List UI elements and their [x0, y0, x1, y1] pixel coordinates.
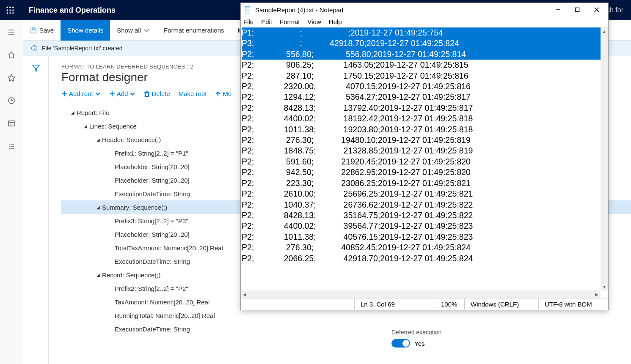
- svg-rect-35: [245, 6, 250, 13]
- tree-node-label: Report: File: [77, 109, 110, 116]
- svg-point-8: [12, 12, 14, 14]
- svg-point-4: [9, 9, 11, 11]
- deferred-toggle[interactable]: [391, 339, 410, 348]
- left-rail: [0, 20, 23, 364]
- tree-node-label: Header: Sequence(;): [102, 136, 161, 143]
- status-zoom: 100%: [435, 298, 464, 310]
- notepad-title-bar[interactable]: SampleReport (4).txt - Notepad: [241, 3, 608, 16]
- notepad-window: SampleReport (4).txt - Notepad FileEditF…: [240, 3, 609, 310]
- tree-node-label: TotalTaxAmount: Numeric[20..20] Real: [115, 244, 223, 252]
- notepad-body: P1; ; ;2019-12-27 01:49:25:754P3; ; 4291…: [241, 27, 608, 298]
- hamburger-icon[interactable]: [5, 25, 18, 39]
- tree-node[interactable]: ExecutionDateTime: String: [61, 322, 631, 336]
- minimize-button[interactable]: [550, 3, 569, 16]
- status-position: Ln 3, Col 69: [354, 298, 435, 310]
- notepad-menu: FileEditFormatViewHelp: [241, 16, 608, 27]
- notepad-icon: [244, 6, 252, 14]
- app-brand: Finance and Operations: [20, 6, 116, 15]
- tree-node-label: ExecutionDateTime: String: [115, 326, 190, 333]
- workspace-icon[interactable]: [5, 117, 18, 130]
- svg-rect-24: [32, 28, 34, 30]
- star-icon[interactable]: [5, 71, 18, 85]
- modules-icon[interactable]: [5, 140, 18, 153]
- text-line: P2; 287.10; 1750.15;2019-12-27 01:49:25:…: [242, 71, 608, 81]
- tree-node-label: Placeholder: String[20..20]: [115, 177, 190, 184]
- text-line: P1; ; ;2019-12-27 01:49:25:754: [242, 27, 608, 38]
- tree-node-label: Prefix1: String[2..2] = "P1": [115, 150, 188, 157]
- add-root-button[interactable]: Add root: [61, 90, 101, 97]
- text-line: P2; 2610.00; 25696.25;2019-12-27 01:49:2…: [242, 189, 608, 199]
- scroll-right-icon[interactable]: ▶: [593, 292, 601, 297]
- menu-item-view[interactable]: View: [308, 18, 321, 25]
- tree-node-label: Summary: Sequence(;): [102, 204, 167, 211]
- close-button[interactable]: [589, 3, 608, 16]
- filter-pane: [23, 56, 49, 364]
- svg-point-6: [6, 12, 8, 14]
- delete-button[interactable]: Delete: [144, 90, 170, 97]
- caret-icon: ◢: [94, 137, 102, 142]
- recent-icon[interactable]: [5, 94, 18, 107]
- filter-icon[interactable]: [32, 63, 40, 72]
- scroll-left-icon[interactable]: ◀: [241, 292, 248, 297]
- status-bom: UTF-8 with BOM: [538, 298, 608, 310]
- tree-node-label: Placeholder: String[20..20]: [115, 231, 190, 238]
- save-button[interactable]: Save: [23, 20, 61, 41]
- svg-point-2: [12, 6, 14, 8]
- show-all-button[interactable]: Show all: [110, 20, 157, 41]
- home-icon[interactable]: [5, 48, 18, 62]
- vertical-scrollbar[interactable]: ▲ ▼: [601, 27, 608, 290]
- tree-node-label: ExecutionDateTime: String: [115, 258, 190, 265]
- tree-node-label: Prefix3: String[2..2] = "P3": [115, 217, 188, 224]
- format-enumerations-button[interactable]: Format enumerations: [157, 20, 231, 41]
- status-spacer: [241, 298, 354, 310]
- tree-node-label: Lines: Sequence: [89, 123, 137, 130]
- svg-point-27: [34, 47, 35, 47]
- info-icon: [31, 45, 38, 52]
- scroll-up-icon[interactable]: ▲: [601, 27, 608, 35]
- text-line: P2; 591.60; 21920.45;2019-12-27 01:49:25…: [242, 156, 608, 167]
- text-line: P2; 556.80; 556.80;2019-12-27 01:49:25:8…: [242, 49, 608, 60]
- caret-icon: ◢: [94, 205, 102, 210]
- menu-item-format[interactable]: Format: [280, 18, 300, 25]
- menu-item-help[interactable]: Help: [329, 18, 342, 25]
- tree-node-label: Record: Sequence(;): [102, 271, 160, 279]
- app-launcher-icon[interactable]: [0, 0, 20, 20]
- save-label: Save: [39, 27, 54, 34]
- scroll-down-icon[interactable]: ▼: [601, 283, 608, 290]
- text-line: P2; 1848.75; 21328.85;2019-12-27 01:49:2…: [242, 145, 608, 156]
- menu-item-edit[interactable]: Edit: [261, 18, 272, 25]
- svg-point-5: [12, 9, 14, 11]
- text-line: P2; 2320.00; 4070.15;2019-12-27 01:49:25…: [242, 81, 608, 92]
- text-line: P3; ; 42918.70;2019-12-27 01:49:25:824: [242, 38, 608, 49]
- text-line: P2; 4400.02; 18192.42;2019-12-27 01:49:2…: [242, 113, 608, 124]
- tree-node-label: TaxAmount: Numeric[20..20] Real: [115, 298, 209, 306]
- add-button[interactable]: Add: [109, 90, 136, 97]
- text-line: P2; 1294.12; 5364.27;2019-12-27 01:49:25…: [242, 92, 608, 102]
- text-line: P2; 4400.02; 39564.77;2019-12-27 01:49:2…: [242, 221, 608, 231]
- make-root-button[interactable]: Make root: [179, 90, 207, 97]
- notepad-text[interactable]: P1; ; ;2019-12-27 01:49:25:754P3; ; 4291…: [241, 27, 608, 264]
- tree-node[interactable]: RunningTotal: Numeric[20..20] Real: [61, 309, 631, 322]
- svg-rect-41: [576, 8, 579, 12]
- deferred-value: Yes: [414, 340, 424, 347]
- svg-rect-32: [145, 92, 149, 96]
- menu-item-file[interactable]: File: [243, 18, 254, 25]
- show-details-button[interactable]: Show details: [61, 20, 110, 41]
- chevron-down-icon: [95, 91, 101, 97]
- tree-node-label: Prefix2: String[2..2] = "P2": [115, 285, 188, 292]
- caret-icon: ◢: [69, 110, 77, 115]
- svg-point-7: [9, 12, 11, 14]
- horizontal-scrollbar[interactable]: ◀ ▶: [241, 290, 601, 298]
- text-line: P2; 276.30; 19480.10;2019-12-27 01:49:25…: [242, 135, 608, 145]
- notepad-status-bar: Ln 3, Col 69 100% Windows (CRLF) UTF-8 w…: [241, 298, 608, 310]
- text-line: P2; 1011.38; 19203.80;2019-12-27 01:49:2…: [242, 124, 608, 135]
- chevron-down-icon: [143, 27, 150, 34]
- move-up-button-truncated[interactable]: Mo: [215, 90, 231, 97]
- text-line: P2; 8428.13; 13792.40;2019-12-27 01:49:2…: [242, 103, 608, 113]
- svg-rect-15: [8, 121, 14, 126]
- tree-node-label: Placeholder: String[20..20]: [115, 163, 190, 170]
- status-encoding: Windows (CRLF): [464, 298, 538, 310]
- chevron-down-icon: [130, 91, 135, 97]
- message-text: File 'SampleReport.txt' created: [42, 45, 123, 52]
- maximize-button[interactable]: [569, 3, 589, 16]
